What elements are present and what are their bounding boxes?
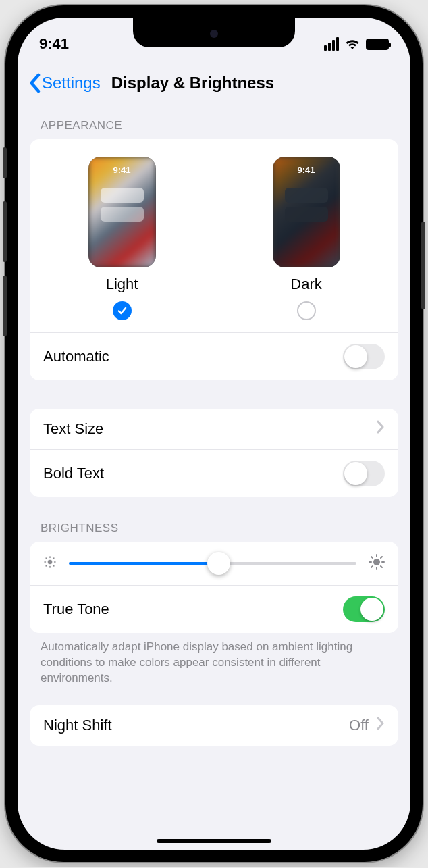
ringer-switch [3,147,7,178]
brightness-header: Brightness [18,497,410,542]
preview-time: 9:41 [273,165,340,175]
appearance-option-light[interactable]: 9:41 Light [88,157,156,320]
preview-widget [285,207,328,222]
sun-dim-icon [43,555,57,571]
brightness-slider-row [30,542,398,586]
svg-point-9 [373,559,380,565]
preview-time: 9:41 [88,165,156,175]
preview-widget [285,188,328,203]
checkmark-icon [117,305,128,316]
svg-line-14 [371,557,373,558]
brightness-card: True Tone [30,542,398,633]
back-button[interactable]: Settings [28,73,101,93]
power-button [421,222,425,309]
dark-label: Dark [290,276,321,293]
brightness-knob[interactable] [207,552,230,575]
dark-radio[interactable] [297,301,316,320]
automatic-switch[interactable] [343,344,385,369]
appearance-options: 9:41 Light 9:41 [30,139,398,333]
text-size-label: Text Size [43,420,103,438]
dark-preview: 9:41 [273,157,340,267]
battery-icon [366,39,389,50]
svg-line-8 [46,565,47,566]
nightshift-row[interactable]: Night Shift Off [30,705,398,746]
automatic-row: Automatic [30,333,398,380]
chevron-right-icon [377,717,385,734]
nightshift-label: Night Shift [43,717,112,734]
notch [133,18,295,47]
wifi-icon [344,38,360,50]
svg-line-17 [371,566,373,567]
bold-text-label: Bold Text [43,465,104,482]
screen: 9:41 Settings Display & Brightness Appea… [18,18,410,850]
volume-up-button [3,201,7,262]
light-radio[interactable] [113,301,132,320]
nightshift-value: Off [349,717,369,734]
appearance-option-dark[interactable]: 9:41 Dark [273,157,340,320]
text-size-row[interactable]: Text Size [30,409,398,449]
text-card: Text Size Bold Text [30,409,398,497]
cellular-icon [324,37,339,51]
preview-widget [101,188,144,203]
brightness-fill [69,562,219,565]
appearance-card: 9:41 Light 9:41 [30,139,398,380]
light-label: Light [106,276,138,293]
page-title: Display & Brightness [101,74,400,93]
svg-line-15 [381,566,382,567]
brightness-slider[interactable] [69,562,356,565]
status-time: 9:41 [39,35,69,53]
automatic-label: Automatic [43,348,109,365]
appearance-header: Appearance [18,108,410,139]
bold-text-switch[interactable] [343,461,385,486]
preview-widget [101,207,144,222]
svg-line-5 [46,558,47,559]
nightshift-card: Night Shift Off [30,705,398,746]
chevron-right-icon [377,420,385,438]
light-preview: 9:41 [88,157,156,267]
svg-point-0 [48,560,53,565]
svg-line-6 [53,565,54,566]
truetone-footnote: Automatically adapt iPhone display based… [18,633,410,686]
svg-line-16 [381,557,382,558]
svg-line-7 [53,558,54,559]
status-right [324,37,389,51]
volume-down-button [3,276,7,336]
sun-bright-icon [369,554,385,573]
truetone-switch[interactable] [343,596,385,622]
truetone-label: True Tone [43,601,109,618]
bold-text-row: Bold Text [30,449,398,497]
back-label: Settings [42,74,101,93]
truetone-row: True Tone [30,586,398,633]
home-indicator[interactable] [157,839,271,843]
chevron-left-icon [28,73,41,93]
nav-bar: Settings Display & Brightness [18,63,410,108]
phone-frame: 9:41 Settings Display & Brightness Appea… [5,5,423,862]
